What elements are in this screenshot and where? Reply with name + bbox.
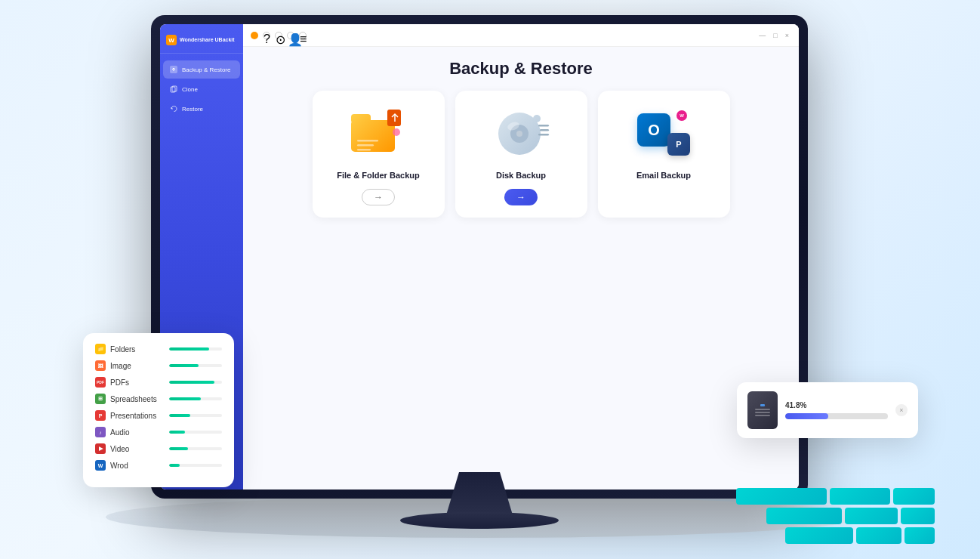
teal-block — [736, 488, 827, 505]
hdd-light — [760, 404, 765, 406]
disk-card: Disk Backup → — [455, 91, 587, 218]
teal-block — [904, 527, 935, 544]
main-content: ? ⊙ 👤 ≡ — □ × Backup & Restore — [243, 24, 799, 490]
disk-svg-icon — [493, 105, 550, 162]
sidebar-item-restore[interactable]: Restore — [163, 100, 240, 118]
file-type-row: PDF PDFs — [95, 377, 222, 388]
file-type-info: ⊞ Spreadsheets — [95, 394, 157, 404]
file-type-fill-video — [169, 447, 188, 450]
svg-rect-9 — [387, 110, 401, 126]
svg-point-19 — [533, 115, 541, 122]
sidebar-item-backup-restore-label: Backup & Restore — [182, 66, 230, 73]
file-type-info: PDF PDFs — [95, 377, 129, 388]
teal-block-row-1 — [736, 488, 935, 505]
progress-info: 41.8% — [785, 401, 888, 419]
file-type-progress-spreadsheets — [169, 397, 222, 400]
file-type-icon-word: W — [95, 460, 106, 471]
title-bar-icons: ? ⊙ 👤 ≡ — [251, 32, 307, 39]
file-type-row: 📁 Folders — [95, 344, 222, 354]
file-type-fill-pdfs — [169, 381, 214, 384]
file-type-progress-presentations — [169, 414, 222, 417]
outlook-icon: O — [637, 113, 670, 147]
file-type-name-presentations: Presentations — [110, 412, 156, 420]
file-type-fill-presentations — [169, 414, 190, 417]
file-type-name-spreadsheets: Spreadsheets — [110, 395, 157, 403]
close-button[interactable]: × — [783, 30, 791, 41]
file-type-progress-folders — [169, 347, 222, 351]
file-type-info: 📁 Folders — [95, 344, 135, 354]
file-type-name-pdfs: PDFs — [110, 378, 129, 387]
settings-icon[interactable]: ⊙ — [275, 32, 282, 39]
wondershare-badge: W — [676, 110, 687, 121]
sidebar-item-clone[interactable]: Clone — [163, 80, 240, 98]
file-type-name-folders: Folders — [110, 345, 135, 354]
file-type-fill-audio — [169, 431, 185, 434]
file-types-panel: 📁 Folders 🖼 Image PDF PDFs — [83, 333, 234, 487]
sidebar-item-backup-restore[interactable]: Backup & Restore — [163, 60, 240, 79]
page-content: Backup & Restore — [243, 47, 799, 490]
disk-icon-area — [491, 103, 551, 163]
file-type-row: W Wrod — [95, 460, 222, 471]
file-folder-card: File & Folder Backup → — [313, 91, 445, 218]
file-type-info: ♪ Audio — [95, 427, 130, 437]
sidebar-item-clone-label: Clone — [182, 86, 198, 93]
folder-svg-icon — [348, 107, 408, 159]
file-type-name-word: Wrod — [110, 462, 128, 470]
file-type-row: ▶ Video — [95, 443, 222, 454]
teal-block — [785, 527, 853, 544]
file-folder-icon-area — [348, 103, 408, 163]
hdd-icon — [747, 391, 778, 429]
svg-rect-8 — [357, 149, 371, 151]
file-type-icon-image: 🖼 — [95, 360, 106, 371]
file-type-fill-word — [169, 464, 180, 467]
file-type-info: P Presentations — [95, 410, 156, 421]
clone-icon — [169, 85, 178, 94]
minimize-button[interactable]: — — [757, 30, 768, 41]
teal-blocks — [736, 488, 935, 544]
teal-block — [845, 508, 898, 524]
monitor-screen: W Wondershare UBackit Backup & Restore — [160, 24, 799, 490]
progress-percent: 41.8% — [785, 401, 888, 409]
disk-btn[interactable]: → — [504, 189, 538, 205]
restore-icon — [169, 104, 178, 113]
file-type-name-video: Video — [110, 445, 129, 453]
menu-icon[interactable]: ≡ — [299, 32, 307, 39]
monitor-frame: W Wondershare UBackit Backup & Restore — [151, 15, 808, 499]
file-type-name-image: Image — [110, 362, 131, 370]
file-type-progress-audio — [169, 431, 222, 434]
backup-cards-row: File & Folder Backup → — [258, 91, 784, 218]
svg-rect-18 — [538, 134, 549, 136]
teal-block — [856, 527, 901, 544]
teal-block-row-2 — [736, 508, 935, 524]
file-type-icon-video: ▶ — [95, 443, 106, 454]
maximize-button[interactable]: □ — [771, 30, 779, 41]
file-type-info: 🖼 Image — [95, 360, 131, 371]
file-type-icon-audio: ♪ — [95, 427, 106, 437]
window-controls: — □ × — [757, 30, 791, 41]
backup-restore-icon — [169, 65, 178, 74]
file-type-info: W Wrod — [95, 460, 128, 471]
progress-track — [785, 413, 888, 419]
file-type-fill-folders — [169, 347, 209, 351]
file-type-icon-presentations: P — [95, 410, 106, 421]
file-type-fill-spreadsheets — [169, 397, 201, 400]
progress-close-button[interactable]: × — [895, 404, 908, 416]
teal-block — [901, 508, 935, 524]
file-type-row: ♪ Audio — [95, 427, 222, 437]
teal-block — [830, 488, 890, 505]
file-type-row: 🖼 Image — [95, 360, 222, 371]
svg-rect-17 — [540, 129, 549, 131]
account-icon[interactable]: 👤 — [287, 32, 294, 39]
file-folder-label: File & Folder Backup — [337, 171, 419, 180]
teal-block-row-3 — [736, 527, 935, 544]
help-icon[interactable]: ? — [263, 32, 270, 39]
progress-panel: 41.8% × — [737, 382, 918, 438]
logo-icon: W — [166, 35, 177, 45]
file-folder-btn[interactable]: → — [362, 189, 395, 205]
svg-rect-16 — [538, 125, 549, 127]
file-type-progress-image — [169, 364, 222, 367]
teal-block — [893, 488, 935, 505]
email-icon-area: O P W — [633, 103, 694, 163]
word-icon: P — [667, 133, 690, 156]
file-type-info: ▶ Video — [95, 443, 129, 454]
